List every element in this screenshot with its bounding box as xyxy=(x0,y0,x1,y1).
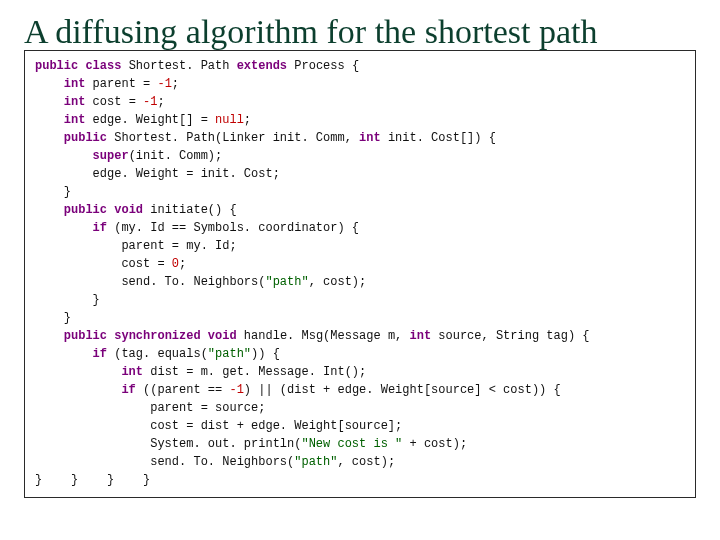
code-text: , cost); xyxy=(309,275,367,289)
kw-class: class xyxy=(85,59,121,73)
code-text: dist = m. get. Message. Int(); xyxy=(143,365,366,379)
code-text: init. Cost[]) { xyxy=(381,131,496,145)
code-text: , cost); xyxy=(337,455,395,469)
code-text: ; xyxy=(244,113,251,127)
code-text: initiate() { xyxy=(143,203,237,217)
kw-super: super xyxy=(93,149,129,163)
num: -1 xyxy=(143,95,157,109)
kw-int: int xyxy=(64,95,86,109)
str: "path" xyxy=(208,347,251,361)
kw-int: int xyxy=(359,131,381,145)
code-text: cost = dist + edge. Weight[source]; xyxy=(35,419,402,433)
num: -1 xyxy=(229,383,243,397)
kw-if: if xyxy=(121,383,135,397)
code-box: public class Shortest. Path extends Proc… xyxy=(24,50,696,498)
code-text: System. out. println( xyxy=(35,437,301,451)
kw-public: public xyxy=(64,203,107,217)
kw-public: public xyxy=(64,329,107,343)
slide: A diffusing algorithm for the shortest p… xyxy=(0,0,720,540)
code-text: (init. Comm); xyxy=(129,149,223,163)
str: "path" xyxy=(294,455,337,469)
kw-int: int xyxy=(121,365,143,379)
code-text: Shortest. Path xyxy=(121,59,236,73)
kw-if: if xyxy=(93,221,107,235)
code-text: edge. Weight = init. Cost; xyxy=(35,167,280,181)
kw-if: if xyxy=(93,347,107,361)
code-text: parent = my. Id; xyxy=(35,239,237,253)
code-text: } } } } xyxy=(35,473,150,487)
num: 0 xyxy=(172,257,179,271)
code-text: ((parent == xyxy=(136,383,230,397)
code-text: source, String tag) { xyxy=(431,329,589,343)
code-text: } xyxy=(35,311,71,325)
str: "New cost is " xyxy=(301,437,402,451)
kw-synchronized: synchronized xyxy=(114,329,200,343)
code-text: ; xyxy=(157,95,164,109)
kw-public: public xyxy=(35,59,78,73)
code-block: public class Shortest. Path extends Proc… xyxy=(35,57,685,489)
code-text: (my. Id == Symbols. coordinator) { xyxy=(107,221,359,235)
num: -1 xyxy=(157,77,171,91)
code-text: )) { xyxy=(251,347,280,361)
code-text: send. To. Neighbors( xyxy=(35,455,294,469)
code-text: Process { xyxy=(287,59,359,73)
code-text: } xyxy=(35,185,71,199)
kw-int: int xyxy=(64,113,86,127)
code-text: edge. Weight[] = xyxy=(85,113,215,127)
code-text: + cost); xyxy=(402,437,467,451)
code-text: cost = xyxy=(85,95,143,109)
code-text: ) || (dist + edge. Weight[source] < cost… xyxy=(244,383,561,397)
code-text: ; xyxy=(172,77,179,91)
code-text: Shortest. Path(Linker init. Comm, xyxy=(107,131,359,145)
code-text: } xyxy=(35,293,100,307)
kw-int: int xyxy=(64,77,86,91)
kw-int: int xyxy=(410,329,432,343)
kw-extends: extends xyxy=(237,59,287,73)
code-text: parent = source; xyxy=(35,401,265,415)
code-text: ; xyxy=(179,257,186,271)
code-text: handle. Msg(Message m, xyxy=(237,329,410,343)
code-text: cost = xyxy=(35,257,172,271)
kw-void: void xyxy=(208,329,237,343)
slide-title: A diffusing algorithm for the shortest p… xyxy=(24,14,696,54)
kw-public: public xyxy=(64,131,107,145)
code-text: send. To. Neighbors( xyxy=(35,275,265,289)
code-text: (tag. equals( xyxy=(107,347,208,361)
code-text: parent = xyxy=(85,77,157,91)
kw-void: void xyxy=(114,203,143,217)
kw-null: null xyxy=(215,113,244,127)
str: "path" xyxy=(265,275,308,289)
